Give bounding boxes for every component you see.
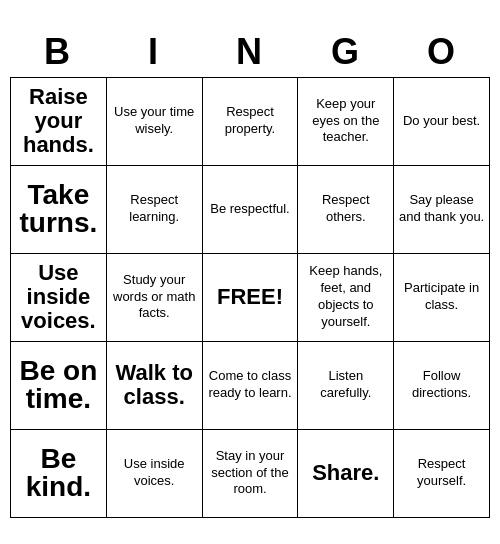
bingo-cell-21: Use inside voices.: [107, 430, 203, 518]
bingo-cell-15: Be on time.: [11, 342, 107, 430]
bingo-cell-18: Listen carefully.: [298, 342, 394, 430]
bingo-cell-4: Do your best.: [394, 78, 490, 166]
bingo-cell-12: FREE!: [203, 254, 299, 342]
bingo-cell-9: Say please and thank you.: [394, 166, 490, 254]
bingo-cell-2: Respect property.: [203, 78, 299, 166]
bingo-cell-11: Study your words or math facts.: [107, 254, 203, 342]
header-letter: O: [394, 27, 490, 77]
header-letter: B: [10, 27, 106, 77]
bingo-cell-14: Participate in class.: [394, 254, 490, 342]
bingo-cell-22: Stay in your section of the room.: [203, 430, 299, 518]
bingo-cell-10: Use inside voices.: [11, 254, 107, 342]
bingo-header: BINGO: [10, 27, 490, 77]
bingo-cell-7: Be respectful.: [203, 166, 299, 254]
bingo-cell-8: Respect others.: [298, 166, 394, 254]
bingo-cell-6: Respect learning.: [107, 166, 203, 254]
header-letter: G: [298, 27, 394, 77]
bingo-cell-23: Share.: [298, 430, 394, 518]
bingo-cell-24: Respect yourself.: [394, 430, 490, 518]
bingo-cell-1: Use your time wisely.: [107, 78, 203, 166]
bingo-cell-16: Walk to class.: [107, 342, 203, 430]
bingo-cell-5: Take turns.: [11, 166, 107, 254]
bingo-card: BINGO Raise your hands.Use your time wis…: [10, 27, 490, 518]
bingo-cell-0: Raise your hands.: [11, 78, 107, 166]
bingo-cell-17: Come to class ready to learn.: [203, 342, 299, 430]
bingo-cell-13: Keep hands, feet, and objects to yoursel…: [298, 254, 394, 342]
bingo-grid: Raise your hands.Use your time wisely.Re…: [10, 77, 490, 518]
bingo-cell-19: Follow directions.: [394, 342, 490, 430]
bingo-cell-3: Keep your eyes on the teacher.: [298, 78, 394, 166]
header-letter: N: [202, 27, 298, 77]
header-letter: I: [106, 27, 202, 77]
bingo-cell-20: Be kind.: [11, 430, 107, 518]
